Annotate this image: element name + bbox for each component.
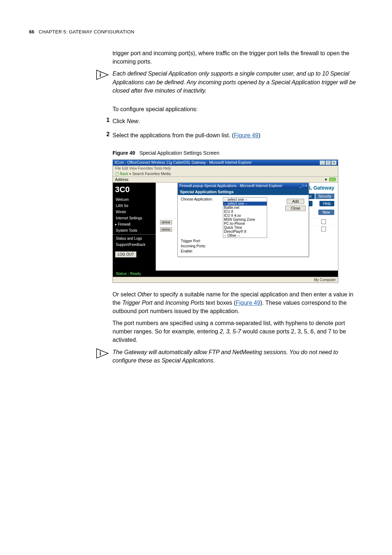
gateway-content: ble/DSL Gateway Filter Security nable He… bbox=[156, 183, 338, 271]
application-select[interactable]: -- select one -- -- select one -- Battle… bbox=[223, 197, 267, 238]
ie-status-right: My Computer bbox=[314, 278, 336, 282]
maximize-icon[interactable]: □ bbox=[326, 161, 331, 165]
svg-text:i: i bbox=[99, 72, 101, 78]
address-label: Address bbox=[115, 178, 128, 182]
back-button[interactable]: ◯ Back ▾ bbox=[115, 172, 131, 176]
select-option-highlight[interactable]: -- select one -- bbox=[223, 202, 267, 206]
after-figure-para-1: Or select Other to specify a suitable na… bbox=[113, 290, 363, 316]
step-2: Select the applications from the pull-do… bbox=[113, 131, 260, 139]
new-button[interactable]: New bbox=[318, 210, 334, 215]
delete-button[interactable]: delete bbox=[160, 220, 172, 224]
figure-caption-text: Special Application Settings Screen bbox=[139, 150, 219, 156]
outer-window-titlebar: 3Com - OfficeConnect Wireless 11g Cable/… bbox=[113, 160, 338, 166]
sidebar-item-lan[interactable]: LAN Se bbox=[113, 203, 156, 209]
ie-menu-bar[interactable]: File Edit View Favorites Tools Help bbox=[113, 166, 338, 171]
step-1: Click New. bbox=[113, 117, 140, 125]
delete-button[interactable]: delete bbox=[160, 227, 172, 232]
trigger-port-label: Trigger Port: bbox=[181, 239, 221, 243]
brand-logo: 3C0 bbox=[113, 185, 156, 197]
select-option[interactable]: PC-to-Phone bbox=[223, 222, 267, 226]
incoming-ports-label: Incoming Ports: bbox=[181, 244, 221, 248]
popup-maximize-icon[interactable]: □ bbox=[302, 184, 304, 188]
popup-minimize-icon[interactable]: _ bbox=[299, 184, 302, 188]
minimize-icon[interactable]: _ bbox=[320, 161, 325, 165]
enable-label: Enable: bbox=[181, 249, 221, 253]
sidebar-item-welcome[interactable]: Welcom bbox=[113, 197, 156, 203]
gateway-status-bar: Status : Ready bbox=[113, 271, 338, 277]
select-option[interactable]: ICU II 4.xx bbox=[223, 214, 267, 218]
figure-49-link-b[interactable]: Figure 49 bbox=[236, 300, 260, 306]
info-icon: i bbox=[96, 69, 109, 82]
select-option[interactable]: ICU II bbox=[223, 210, 267, 214]
svg-marker-2 bbox=[97, 349, 108, 358]
figure-49-screenshot: 3Com - OfficeConnect Wireless 11g Cable/… bbox=[113, 159, 338, 283]
after-figure-para-2: The port numbers are specified using a c… bbox=[113, 319, 363, 344]
step-number-2: 2 bbox=[103, 131, 110, 138]
popup-heading: Special Application Settings bbox=[178, 189, 309, 195]
sidebar-item-firewall[interactable]: ▸ Firewall bbox=[113, 221, 156, 227]
step1-suffix: . bbox=[138, 118, 140, 124]
info-icon: i bbox=[96, 348, 109, 360]
go-button[interactable]: Go bbox=[329, 178, 336, 181]
sidebar-item-support[interactable]: Support/Feedback bbox=[113, 242, 156, 248]
note-1: Each defined Special Application only su… bbox=[113, 69, 363, 95]
sidebar-item-status[interactable]: Status and Logs bbox=[113, 235, 156, 242]
popup-window-title: Firewall-popup-Special Applications - Mi… bbox=[179, 184, 282, 188]
special-app-popup: Firewall-popup-Special Applications - Mi… bbox=[177, 183, 309, 257]
popup-close-icon[interactable]: × bbox=[305, 184, 307, 188]
svg-text:i: i bbox=[99, 350, 101, 356]
choose-application-label: Choose Application: bbox=[181, 197, 221, 201]
configure-lead: To configure special applications: bbox=[113, 105, 363, 113]
page-number: 66 bbox=[29, 29, 34, 35]
outer-window-title: 3Com - OfficeConnect Wireless 11g Cable/… bbox=[114, 161, 252, 165]
note-2: The Gateway will automatically allow FTP… bbox=[113, 348, 363, 365]
step1-prefix: Click bbox=[113, 118, 127, 124]
help-button[interactable]: Help bbox=[319, 201, 334, 206]
close-icon[interactable]: × bbox=[331, 161, 336, 165]
svg-marker-0 bbox=[97, 70, 108, 80]
gateway-sidebar: 3C0 Welcom LAN Se Wirele Internet Settin… bbox=[113, 183, 156, 271]
chapter-title: CHAPTER 5: GATEWAY CONFIGURATION bbox=[38, 29, 134, 35]
select-option[interactable]: DirectPlay® 8 bbox=[223, 230, 267, 234]
tab-security[interactable]: Security bbox=[315, 194, 334, 199]
add-button[interactable]: Add bbox=[287, 199, 304, 204]
sidebar-item-internet[interactable]: Internet Settings bbox=[113, 215, 156, 221]
select-option[interactable]: MSN Gaming Zone bbox=[223, 218, 267, 222]
select-option[interactable]: -- select one -- bbox=[223, 198, 267, 202]
figure-caption: Figure 49 Special Application Settings S… bbox=[113, 150, 363, 156]
ie-status-bar: My Computer bbox=[113, 277, 338, 283]
step-number-1: 1 bbox=[103, 117, 110, 123]
sidebar-item-tools[interactable]: System Tools bbox=[113, 227, 156, 234]
step1-em: New bbox=[127, 118, 138, 124]
select-option[interactable]: Quick Time bbox=[223, 226, 267, 230]
select-option[interactable]: -- Other -- bbox=[223, 234, 267, 238]
step2-suffix: ) bbox=[258, 132, 260, 138]
logout-button[interactable]: LOG OUT bbox=[115, 251, 136, 258]
select-option[interactable]: Battle.net bbox=[223, 206, 267, 210]
figure-49-link-a[interactable]: Figure 49 bbox=[234, 132, 258, 138]
figure-label: Figure 49 bbox=[113, 150, 135, 156]
ie-address-bar[interactable]: Address ▼ Go bbox=[113, 177, 338, 183]
ie-toolbar: ◯ Back ▾ Search Favorites Media bbox=[113, 171, 338, 177]
intro-paragraph: trigger port and incoming port(s), where… bbox=[113, 49, 363, 66]
running-header: 66 CHAPTER 5: GATEWAY CONFIGURATION bbox=[29, 29, 363, 35]
step2-prefix: Select the applications from the pull-do… bbox=[113, 132, 234, 138]
enable-checkbox[interactable] bbox=[321, 219, 326, 224]
sidebar-item-wireless[interactable]: Wirele bbox=[113, 209, 156, 215]
close-button[interactable]: Close bbox=[285, 206, 306, 211]
toolbar-buttons[interactable]: Search Favorites Media bbox=[132, 172, 171, 176]
enable-checkbox[interactable] bbox=[321, 227, 326, 231]
